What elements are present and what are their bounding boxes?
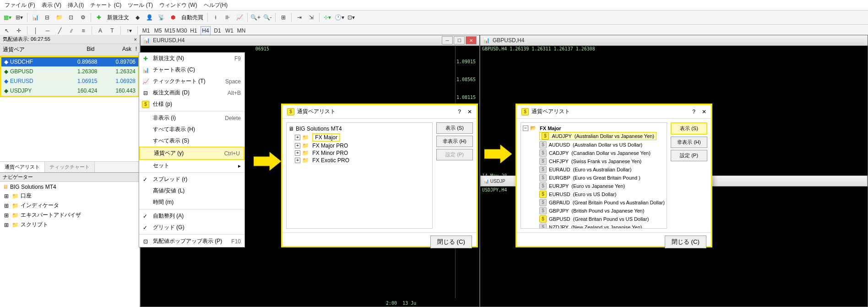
ctx-new-order[interactable]: ✚新規注文 (N)F9 — [139, 53, 244, 64]
zoom-out-icon[interactable]: 🔍- — [262, 12, 273, 23]
ctx-depth[interactable]: ⊟板注文画面 (D)Alt+B — [139, 87, 244, 99]
symbol-item[interactable]: $ GBPJPY (British Pound vs Japanese Yen) — [539, 207, 665, 215]
templates-icon[interactable]: ⊡▾ — [346, 12, 357, 23]
new-chart-icon[interactable]: ▦▾ — [2, 12, 13, 23]
tf-d1[interactable]: D1 — [212, 26, 222, 35]
navigator-icon[interactable]: 📁 — [54, 12, 65, 23]
ctx-time[interactable]: 時間 (m) — [139, 197, 244, 208]
hide-button[interactable]: 非表示 (H) — [671, 137, 707, 148]
help-icon[interactable]: ? — [692, 109, 695, 115]
zoom-in-icon[interactable]: 🔍+ — [250, 12, 261, 23]
menu-window[interactable]: ウィンドウ (W) — [159, 1, 197, 9]
symbol-item[interactable]: $ EURUSD (Euro vs US Dollar) — [539, 190, 665, 198]
metaquotes-icon[interactable]: ◆ — [132, 12, 143, 23]
ctx-chart[interactable]: 📊チャート表示 (C) — [139, 64, 244, 76]
autotrade-label[interactable]: 自動売買 — [179, 14, 205, 22]
tf-m15[interactable]: M15 — [165, 26, 175, 35]
mw-col-bid[interactable]: Bid — [59, 46, 95, 54]
terminal-icon[interactable]: ⊡ — [65, 12, 76, 23]
tf-h1[interactable]: H1 — [189, 26, 199, 35]
profiles-icon[interactable]: ⊞▾ — [14, 12, 25, 23]
mw-col-ask[interactable]: Ask — [96, 46, 132, 54]
symbol-item[interactable]: $ GBPUSD (Great Britan Pound vs US Dolla… — [539, 215, 665, 223]
close-icon[interactable]: ✕ — [702, 109, 706, 115]
strategy-tester-icon[interactable]: ⚙ — [77, 12, 88, 23]
menu-file[interactable]: ファイル (F) — [5, 1, 35, 9]
show-button[interactable]: 表示 (S) — [671, 122, 707, 135]
candle-chart-icon[interactable]: ⊪ — [222, 12, 233, 23]
ctx-hide-all[interactable]: すべて非表示 (H) — [139, 124, 244, 135]
expand-icon[interactable]: + — [295, 158, 300, 163]
market-watch-close-icon[interactable]: × — [134, 37, 137, 42]
tile-icon[interactable]: ⊞ — [278, 12, 289, 23]
tab-symbol-list[interactable]: 通貨ペアリスト — [0, 162, 45, 172]
ctx-symbols[interactable]: 通貨ペア (y)Ctrl+U — [139, 147, 244, 160]
market-watch-row[interactable]: ◆USDJPY160.424160.443 — [1, 86, 138, 96]
bar-chart-icon[interactable]: ⫲ — [210, 12, 221, 23]
tf-m30[interactable]: M30 — [177, 26, 187, 35]
menu-chart[interactable]: チャート (C) — [90, 1, 121, 9]
label-icon[interactable]: T — [107, 26, 117, 35]
ctx-hide[interactable]: 非表示 (i)Delete — [139, 112, 244, 124]
symbol-item[interactable]: $ GBPAUD (Great Britain Pound vs Austral… — [539, 198, 665, 207]
tf-m5[interactable]: M5 — [153, 26, 163, 35]
symbol-item[interactable]: $ EURGBP (Euro vs Great Britain Pound ) — [539, 174, 665, 182]
ctx-align[interactable]: ✓自動整列 (A) — [139, 210, 244, 222]
expand-icon[interactable]: + — [295, 135, 300, 140]
mw-col-pair[interactable]: 通貨ペア — [3, 46, 58, 54]
market-watch-row[interactable]: ◆EURUSD1.069151.06928 — [1, 77, 138, 86]
autoscroll-icon[interactable]: ⇲ — [306, 12, 317, 23]
menu-tool[interactable]: ツール (T) — [128, 1, 153, 9]
indicators-icon[interactable]: ⊹▾ — [322, 12, 333, 23]
arrows-icon[interactable]: ↑▾ — [124, 26, 134, 35]
menu-view[interactable]: 表示 (V) — [42, 1, 61, 9]
settings-button[interactable]: 設定 (P) — [436, 149, 473, 160]
periods-icon[interactable]: 🕐▾ — [334, 12, 345, 23]
trendline-icon[interactable]: ╱ — [54, 26, 65, 35]
symbol-tree[interactable]: −📂 FX Major $ AUDJPY (Australian Dollar … — [521, 122, 667, 229]
expert-icon[interactable]: 👤 — [144, 12, 155, 23]
text-icon[interactable]: A — [95, 26, 105, 35]
new-order-icon[interactable]: ✚ — [93, 12, 104, 23]
symbol-item[interactable]: $ CADJPY (Canadian Dollar vs Japanese Ye… — [539, 149, 665, 157]
nav-experts[interactable]: ⊞📁エキスパートアドバイザ — [3, 210, 137, 220]
tf-mn[interactable]: MN — [236, 26, 246, 35]
menu-help[interactable]: ヘルプ(H) — [204, 1, 228, 9]
market-watch-icon[interactable]: 📊 — [30, 12, 41, 23]
symbol-item[interactable]: $ EURJPY (Euro vs Japanese Yen) — [539, 182, 665, 190]
tree-item[interactable]: +📁 FX Minor PRO — [295, 149, 430, 157]
show-button[interactable]: 表示 (S) — [436, 122, 473, 134]
tree-root-fx-major[interactable]: −📂 FX Major — [523, 125, 665, 132]
ctx-popup[interactable]: ⊡気配値ポップアップ表示 (P)F10 — [139, 236, 244, 247]
crosshair-icon[interactable]: ✛ — [14, 26, 24, 35]
nav-indicators[interactable]: ⊞📁インディケータ — [3, 201, 137, 210]
market-watch-row[interactable]: ◆USDCHF0.896880.89706 — [1, 57, 138, 67]
close-button[interactable]: 閉じる (C) — [665, 236, 706, 248]
vline-icon[interactable]: │ — [31, 26, 41, 35]
cursor-icon[interactable]: ↖ — [2, 26, 12, 35]
tf-h4[interactable]: H4 — [201, 26, 211, 35]
symbol-item[interactable]: $ NZDJPY (New Zealand vs Japanise Yen) — [539, 223, 665, 229]
tree-item[interactable]: +📁 FX Major PRO — [295, 142, 430, 149]
autotrade-icon[interactable]: ⬢ — [168, 12, 179, 23]
ctx-set[interactable]: セット▸ — [139, 160, 244, 171]
hide-button[interactable]: 非表示 (H) — [436, 136, 473, 147]
data-window-icon[interactable]: ⊟ — [42, 12, 53, 23]
ctx-spread[interactable]: ✓スプレッド (r) — [139, 174, 244, 185]
expand-icon[interactable]: + — [295, 150, 300, 156]
minimize-icon[interactable]: ─ — [442, 36, 453, 44]
nav-root[interactable]: 🖥BIG Solutions MT4 — [3, 183, 137, 191]
symbol-item[interactable]: $ AUDUSD (Australian Dollar vs US Dollar… — [539, 141, 665, 149]
nav-scripts[interactable]: ⊞📁スクリプト — [3, 220, 137, 230]
maximize-icon[interactable]: ☐ — [454, 36, 465, 44]
channel-icon[interactable]: ⫽ — [66, 26, 76, 35]
ctx-grid[interactable]: ✓グリッド (G) — [139, 222, 244, 233]
fibo-icon[interactable]: ≡ — [78, 26, 88, 35]
menu-insert[interactable]: 挿入(I) — [68, 1, 84, 9]
ctx-tick[interactable]: 📈ティックチャート (T)Space — [139, 76, 244, 87]
ctx-hilo[interactable]: 高値/安値 (L) — [139, 185, 244, 197]
close-icon[interactable]: ✕ — [467, 109, 472, 115]
tree-root[interactable]: 🖥BIG Solutions MT4 — [288, 125, 430, 133]
help-icon[interactable]: ? — [458, 109, 461, 115]
settings-button[interactable]: 設定 (P) — [671, 150, 707, 161]
